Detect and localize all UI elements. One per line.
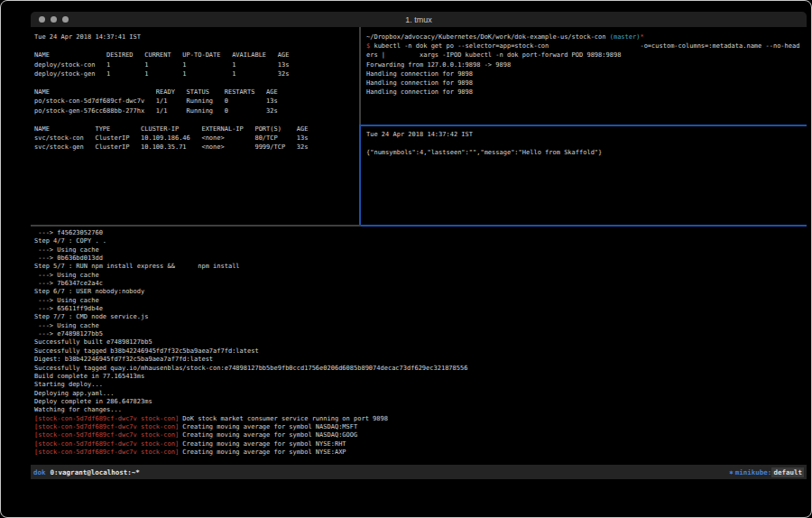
terminal-line: Deploying app.yaml... — [34, 390, 807, 398]
pane-port-forward[interactable]: ~/Dropbox/advocacy/Kubernetes/DoK/work/d… — [362, 27, 807, 129]
terminal-line: [stock-con-5d7df689cf-dwc7v stock-con] C… — [34, 431, 807, 439]
kube-context: minikube: — [735, 468, 772, 476]
terminal-line: Watching for changes... — [34, 406, 807, 414]
tmux-panes-area: Tue 24 Apr 2018 14:37:41 IST NAME DESIRE… — [31, 27, 807, 465]
terminal-line: [stock-con-5d7df689cf-dwc7v stock-con] C… — [34, 449, 807, 457]
terminal-line — [34, 116, 363, 125]
window-title: 1. tmux — [31, 15, 807, 24]
terminal-line: ---> 7b6347ce2a4c — [34, 280, 807, 288]
terminal-line: ---> Using cache — [34, 297, 807, 305]
terminal-line: ---> f45623052760 — [34, 229, 807, 237]
terminal-line: [stock-con-5d7df689cf-dwc7v stock-con] C… — [34, 423, 807, 431]
kube-namespace: default — [771, 467, 804, 477]
pane-divider-vertical-top[interactable] — [359, 27, 361, 125]
session-name: dok — [33, 468, 51, 476]
terminal-line: Successfully built e74898127bb5 — [34, 338, 807, 347]
terminal-window: 1. tmux Tue 24 Apr 2018 14:37:41 IST NAM… — [31, 12, 807, 479]
terminal-line: ---> Using cache — [34, 322, 807, 330]
terminal-screen: 1. tmux Tue 24 Apr 2018 14:37:41 IST NAM… — [0, 0, 812, 518]
terminal-line: ers | xargs -IPOD kubectl -n dok port-fo… — [366, 51, 807, 60]
terminal-line: po/stock-gen-576cc688bb-277hx 1/1 Runnin… — [34, 106, 363, 116]
terminal-line: Digest: b38b42246945fd7f32c5ba9aea7af7fd… — [34, 356, 807, 364]
terminal-line: deploy/stock-gen 1 1 1 1 32s — [34, 69, 363, 79]
terminal-line: {"numsymbols":4,"lastseen":"","message":… — [366, 148, 807, 157]
pane-kubectl-resources[interactable]: Tue 24 Apr 2018 14:37:41 IST NAME DESIRE… — [31, 27, 363, 230]
terminal-line: $ kubectl -n dok get po --selector=app=s… — [366, 42, 807, 51]
terminal-line: NAME DESIRED CURRENT UP-TO-DATE AVAILABL… — [34, 51, 363, 60]
pane-watch-output[interactable]: Tue 24 Apr 2018 14:37:42 IST {"numsymbol… — [362, 126, 807, 228]
terminal-line — [34, 42, 363, 51]
terminal-line: ~/Dropbox/advocacy/Kubernetes/DoK/work/d… — [366, 32, 807, 42]
status-left: dok 0:vagrant@localhost:~* — [31, 468, 140, 476]
terminal-line: Tue 24 Apr 2018 14:37:42 IST — [366, 130, 807, 139]
pane-divider-vertical-active[interactable] — [359, 125, 361, 227]
terminal-line — [34, 79, 363, 88]
terminal-line: Deploy complete in 286.647823ms — [34, 398, 807, 406]
pane-build-log[interactable]: ---> f45623052760Step 4/7 : COPY . . ---… — [31, 227, 807, 465]
terminal-line: Handling connection for 9898 — [366, 69, 807, 79]
terminal-line: Step 6/7 : USER nobody:nobody — [34, 288, 807, 296]
terminal-line: Tue 24 Apr 2018 14:37:41 IST — [34, 32, 363, 42]
window-tab-current[interactable]: 0:vagrant@localhost:~* — [51, 468, 140, 476]
terminal-line: Build complete in 77.165413ms — [34, 373, 807, 381]
terminal-line: [stock-con-5d7df689cf-dwc7v stock-con] D… — [34, 415, 807, 423]
terminal-line — [366, 139, 807, 148]
terminal-line: ---> Using cache — [34, 272, 807, 280]
terminal-line: Forwarding from 127.0.0.1:9898 -> 9898 — [366, 60, 807, 69]
terminal-line: ---> e74898127bb5 — [34, 330, 807, 338]
status-right: ⎈ minikube: default — [729, 467, 807, 477]
terminal-line: svc/stock-gen ClusterIP 10.100.35.71 <no… — [34, 143, 363, 152]
terminal-line: deploy/stock-con 1 1 1 1 13s — [34, 60, 363, 69]
terminal-line: NAME READY STATUS RESTARTS AGE — [34, 88, 363, 97]
terminal-line: ---> 65611ff9db4e — [34, 305, 807, 313]
window-titlebar[interactable]: 1. tmux — [31, 12, 807, 27]
terminal-line: ---> 0b636bd013dd — [34, 254, 807, 263]
tmux-status-bar: dok 0:vagrant@localhost:~* ⎈ minikube: d… — [31, 465, 807, 479]
terminal-line: Successfully tagged b38b42246945fd7f32c5… — [34, 347, 807, 356]
terminal-line: Handling connection for 9898 — [366, 88, 807, 97]
terminal-line: [stock-con-5d7df689cf-dwc7v stock-con] C… — [34, 440, 807, 449]
terminal-line: Step 5/7 : RUN npm install express && np… — [34, 263, 807, 271]
terminal-line: svc/stock-con ClusterIP 10.109.186.46 <n… — [34, 134, 363, 143]
terminal-line: Handling connection for 9898 — [366, 79, 807, 88]
terminal-line: ---> Using cache — [34, 246, 807, 254]
terminal-line: Starting deploy... — [34, 381, 807, 389]
terminal-line: NAME TYPE CLUSTER-IP EXTERNAL-IP PORT(S)… — [34, 125, 363, 134]
terminal-line: po/stock-con-5d7df689cf-dwc7v 1/1 Runnin… — [34, 97, 363, 106]
pane-divider-horizontal-bottom-active[interactable] — [361, 225, 807, 227]
terminal-line: Step 7/7 : CMD node service.js — [34, 313, 807, 321]
terminal-line: Successfully tagged quay.io/mhausenblas/… — [34, 365, 807, 373]
pane-divider-horizontal-left[interactable] — [31, 225, 361, 227]
pane-divider-horizontal-right-active[interactable] — [361, 125, 807, 126]
terminal-line: Step 4/7 : COPY . . — [34, 237, 807, 245]
